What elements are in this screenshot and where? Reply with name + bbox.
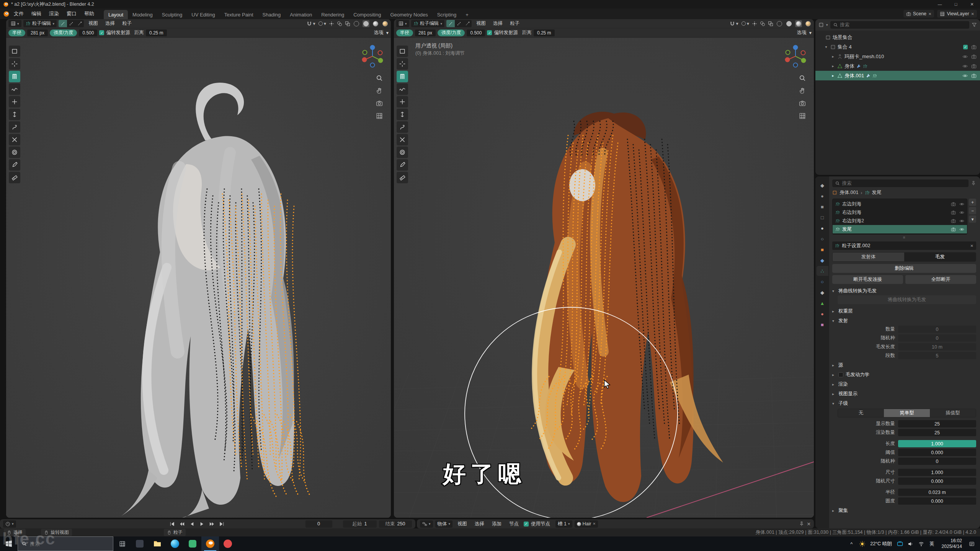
properties-tab-object[interactable]: ■ xyxy=(817,245,828,254)
workspace-tab-uv-editing[interactable]: UV Editing xyxy=(187,10,219,19)
current-frame-field[interactable]: 0 xyxy=(305,520,332,528)
seed-field[interactable]: 0 xyxy=(898,334,976,342)
options-dropdown[interactable]: 选项 xyxy=(374,29,384,36)
workspace-tab-layout[interactable]: Layout xyxy=(104,10,128,19)
delete-edit-button[interactable]: 删除编辑 xyxy=(832,264,976,273)
tool-puff-button[interactable] xyxy=(9,121,20,133)
show-overlays-icon[interactable] xyxy=(337,21,342,26)
shading-rendered-button[interactable] xyxy=(805,20,812,27)
specials-dropdown[interactable]: ▾ xyxy=(969,215,976,223)
view-menu[interactable]: 视图 xyxy=(474,20,488,27)
tool-smooth-button[interactable] xyxy=(397,83,408,95)
tool-comb-button[interactable] xyxy=(9,71,20,82)
taskbar-app-explorer[interactable] xyxy=(149,536,166,551)
distance-field[interactable]: 0.25 m xyxy=(146,29,167,36)
particle-menu[interactable]: 粒子 xyxy=(507,20,522,27)
breadcrumb-particle-system[interactable]: 发尾 xyxy=(872,189,882,196)
tool-measure-button[interactable] xyxy=(9,172,20,183)
emitter-tab[interactable]: 发射体 xyxy=(833,253,904,261)
render-toggle-icon[interactable] xyxy=(951,227,956,232)
close-area-icon[interactable]: ✕ xyxy=(807,521,811,527)
properties-tab-texture[interactable]: ■ xyxy=(817,320,828,329)
taskbar-clock[interactable]: 16:02 2025/4/14 xyxy=(938,538,966,549)
scene-selector[interactable]: Scene ✕ xyxy=(903,10,934,18)
properties-tab-particles[interactable]: ∴ xyxy=(817,266,828,276)
filter-icon[interactable] xyxy=(972,22,977,28)
tool-cut-button[interactable] xyxy=(9,134,20,145)
particle-menu[interactable]: 粒子 xyxy=(119,20,134,27)
disconnect-hair-button[interactable]: 断开毛发连接 xyxy=(832,275,903,284)
viewlayer-selector[interactable]: ViewLayer ✕ xyxy=(937,10,977,18)
volume-icon[interactable] xyxy=(906,541,916,547)
bilibili-tray-icon[interactable] xyxy=(895,541,905,547)
shader-type-dropdown[interactable]: 物体 ▾ xyxy=(435,520,453,528)
shading-material-button[interactable] xyxy=(795,20,802,27)
outliner-editor-icon[interactable] xyxy=(818,22,824,28)
panel-hair-dynamics[interactable]: ▸ 毛发动力学 xyxy=(832,370,976,379)
properties-tab-material[interactable]: ● xyxy=(817,309,828,319)
weather-text[interactable]: 22°C 晴朗 xyxy=(868,541,894,547)
size-field[interactable]: 1.000 xyxy=(898,469,976,476)
properties-tab-world[interactable]: ○ xyxy=(817,234,828,244)
shader-node-menu[interactable]: 节点 xyxy=(506,521,521,527)
render-visibility-icon[interactable] xyxy=(971,73,977,78)
menu-file[interactable]: 文件 xyxy=(10,10,27,18)
camera-view-icon[interactable] xyxy=(799,100,806,107)
tool-add-button[interactable] xyxy=(397,96,408,108)
navigation-gizmo[interactable] xyxy=(782,43,808,69)
zoom-icon[interactable] xyxy=(799,75,806,82)
select-mode-point[interactable] xyxy=(455,20,463,27)
strength-field[interactable]: 0.500 xyxy=(467,29,485,36)
panel-weights[interactable]: ▸ 权重层 xyxy=(832,306,976,316)
outliner-search[interactable] xyxy=(830,21,969,29)
list-resize-grip[interactable]: ≡ xyxy=(832,235,976,240)
outliner-row-scene-collection[interactable]: 场景集合 xyxy=(815,33,980,42)
shading-rendered-button[interactable] xyxy=(382,20,389,27)
list-item-selected[interactable]: 发尾 xyxy=(833,225,967,233)
unlink-icon[interactable]: ✕ xyxy=(593,522,596,526)
deflect-emitter-checkbox[interactable]: ✓ xyxy=(487,30,492,35)
workspace-tab-modeling[interactable]: Modeling xyxy=(128,10,157,19)
tray-expand-caret[interactable]: ^ xyxy=(846,541,856,547)
panel-children[interactable]: ▾ 子级 xyxy=(832,399,976,408)
add-particle-system-button[interactable]: + xyxy=(969,199,976,206)
workspace-tab-texture-paint[interactable]: Texture Paint xyxy=(220,10,258,19)
view-menu[interactable]: 视图 xyxy=(86,20,101,27)
properties-tab-tool[interactable]: ◆ xyxy=(817,180,828,190)
next-keyframe-button[interactable] xyxy=(207,520,217,528)
radius-field[interactable]: 281 px xyxy=(27,29,48,36)
shading-material-button[interactable] xyxy=(372,20,379,27)
tool-comb-button[interactable] xyxy=(397,71,408,82)
properties-tab-scene[interactable]: ● xyxy=(817,223,828,233)
prev-keyframe-button[interactable] xyxy=(178,520,187,528)
distance-field[interactable]: 0.25 m xyxy=(534,29,555,36)
timeline-editor-dropdown[interactable]: ▾ xyxy=(3,520,16,528)
properties-search[interactable] xyxy=(832,179,969,187)
shading-wireframe-button[interactable] xyxy=(776,20,783,27)
tool-box-select-button[interactable] xyxy=(9,46,20,57)
disconnect-all-button[interactable]: 全部断开 xyxy=(905,275,976,284)
tool-annotate-button[interactable] xyxy=(9,159,20,171)
render-toggle-icon[interactable] xyxy=(951,210,956,215)
tool-length-button[interactable] xyxy=(9,109,20,120)
network-icon[interactable] xyxy=(916,541,926,547)
select-menu[interactable]: 选择 xyxy=(490,20,505,27)
mode-dropdown[interactable]: 粒子编辑 ▾ xyxy=(411,20,445,27)
render-visibility-icon[interactable] xyxy=(971,54,977,59)
3d-viewport-canvas-left[interactable] xyxy=(6,38,391,518)
mode-dropdown[interactable]: 粒子编辑 ▾ xyxy=(23,20,57,27)
radius-field[interactable]: 281 px xyxy=(415,29,436,36)
tool-measure-button[interactable] xyxy=(397,172,408,183)
taskbar-search[interactable] xyxy=(18,536,113,551)
tool-puff-button[interactable] xyxy=(397,121,408,133)
hair-tab[interactable]: 毛发 xyxy=(904,253,976,261)
collection-checkbox[interactable]: ✓ xyxy=(963,45,968,49)
select-mode-tip[interactable] xyxy=(75,20,84,27)
use-nodes-checkbox[interactable]: ✓ xyxy=(524,522,529,527)
shader-editor-dropdown[interactable]: ▾ xyxy=(420,520,433,528)
outliner-row-armature[interactable]: ▸ 玛丽卡_mesh.010 xyxy=(815,52,980,61)
pan-hand-icon[interactable] xyxy=(376,87,383,94)
strength-field[interactable]: 0.500 xyxy=(79,29,97,36)
outliner-row-body-001[interactable]: ▸ 身体.001 xyxy=(815,71,980,80)
taskbar-app-edge[interactable] xyxy=(166,536,184,551)
